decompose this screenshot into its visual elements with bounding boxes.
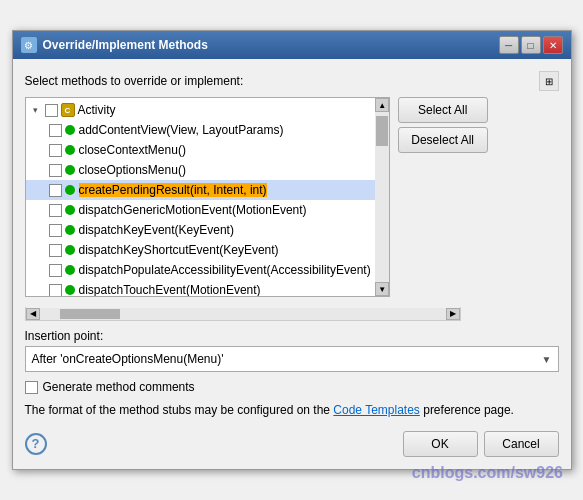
- item-checkbox-3[interactable]: [49, 184, 62, 197]
- green-dot-8: [65, 285, 75, 295]
- tree-item-3[interactable]: createPendingResult(int, Intent, int): [26, 180, 375, 200]
- info-text-after: preference page.: [423, 403, 514, 417]
- item-text-2: closeOptionsMenu(): [79, 163, 186, 177]
- item-text-5: dispatchKeyEvent(KeyEvent): [79, 223, 234, 237]
- item-checkbox-2[interactable]: [49, 164, 62, 177]
- dialog-icon: ⚙: [21, 37, 37, 53]
- tree-item-2[interactable]: closeOptionsMenu(): [26, 160, 375, 180]
- vertical-scrollbar[interactable]: ▲ ▼: [375, 98, 389, 296]
- item-text-3: createPendingResult(int, Intent, int): [79, 183, 267, 197]
- green-dot-3: [65, 185, 75, 195]
- item-checkbox-5[interactable]: [49, 224, 62, 237]
- tree-item-6[interactable]: dispatchKeyShortcutEvent(KeyEvent): [26, 240, 375, 260]
- green-dot-2: [65, 165, 75, 175]
- info-text-before: The format of the method stubs may be co…: [25, 403, 331, 417]
- tree-root-row[interactable]: ▾ C Activity: [26, 100, 375, 120]
- tree-inner: ▾ C Activity addContentView(View, Layout…: [26, 98, 375, 296]
- root-checkbox[interactable]: [45, 104, 58, 117]
- override-implement-dialog: ⚙ Override/Implement Methods ─ □ ✕ Selec…: [12, 30, 572, 470]
- scroll-right[interactable]: ▶: [446, 308, 460, 320]
- item-text-6: dispatchKeyShortcutEvent(KeyEvent): [79, 243, 279, 257]
- filter-icon[interactable]: ⊞: [539, 71, 559, 91]
- insertion-combo[interactable]: After 'onCreateOptionsMenu(Menu)' ▼: [25, 346, 559, 372]
- green-dot-7: [65, 265, 75, 275]
- item-text-7: dispatchPopulateAccessibilityEvent(Acces…: [79, 263, 371, 277]
- help-button[interactable]: ?: [25, 433, 47, 455]
- item-checkbox-4[interactable]: [49, 204, 62, 217]
- deselect-all-button[interactable]: Deselect All: [398, 127, 488, 153]
- horizontal-scrollbar[interactable]: ◀ ▶: [25, 307, 461, 321]
- item-text-4: dispatchGenericMotionEvent(MotionEvent): [79, 203, 307, 217]
- item-checkbox-8[interactable]: [49, 284, 62, 297]
- scroll-up[interactable]: ▲: [375, 98, 389, 112]
- horizontal-scroll-area: ◀ ▶: [25, 307, 559, 321]
- green-dot-4: [65, 205, 75, 215]
- tree-item-1[interactable]: closeContextMenu(): [26, 140, 375, 160]
- ok-button[interactable]: OK: [403, 431, 478, 457]
- generate-comments-label: Generate method comments: [43, 380, 195, 394]
- title-controls: ─ □ ✕: [499, 36, 563, 54]
- instruction-label: Select methods to override or implement:: [25, 74, 244, 88]
- combo-arrow-icon: ▼: [542, 354, 552, 365]
- title-bar: ⚙ Override/Implement Methods ─ □ ✕: [13, 31, 571, 59]
- h-scroll-track: [40, 308, 446, 320]
- code-templates-link[interactable]: Code Templates: [333, 403, 420, 417]
- generate-comments-row: Generate method comments: [25, 380, 559, 394]
- minimize-button[interactable]: ─: [499, 36, 519, 54]
- combo-value: After 'onCreateOptionsMenu(Menu)': [32, 352, 224, 366]
- item-text-1: closeContextMenu(): [79, 143, 186, 157]
- scroll-left[interactable]: ◀: [26, 308, 40, 320]
- generate-comments-checkbox[interactable]: [25, 381, 38, 394]
- content-area: ▾ C Activity addContentView(View, Layout…: [25, 97, 559, 297]
- green-dot-0: [65, 125, 75, 135]
- tree-item-5[interactable]: dispatchKeyEvent(KeyEvent): [26, 220, 375, 240]
- scroll-down[interactable]: ▼: [375, 282, 389, 296]
- tree-item-0[interactable]: addContentView(View, LayoutParams): [26, 120, 375, 140]
- class-icon: C: [61, 103, 75, 117]
- label-row: Select methods to override or implement:…: [25, 71, 559, 91]
- watermark: cnblogs.com/sw926: [412, 464, 563, 482]
- scroll-track: [375, 112, 389, 282]
- tree-item-8[interactable]: dispatchTouchEvent(MotionEvent): [26, 280, 375, 296]
- cancel-button[interactable]: Cancel: [484, 431, 559, 457]
- item-checkbox-7[interactable]: [49, 264, 62, 277]
- item-checkbox-1[interactable]: [49, 144, 62, 157]
- maximize-button[interactable]: □: [521, 36, 541, 54]
- tree-panel: ▾ C Activity addContentView(View, Layout…: [25, 97, 390, 297]
- insertion-label: Insertion point:: [25, 329, 559, 343]
- item-text-8: dispatchTouchEvent(MotionEvent): [79, 283, 261, 296]
- item-checkbox-6[interactable]: [49, 244, 62, 257]
- root-label: Activity: [78, 103, 116, 117]
- close-button[interactable]: ✕: [543, 36, 563, 54]
- expand-icon: ▾: [30, 104, 42, 116]
- bottom-buttons: OK Cancel: [403, 431, 559, 457]
- green-dot-6: [65, 245, 75, 255]
- item-checkbox-0[interactable]: [49, 124, 62, 137]
- side-buttons: Select All Deselect All: [398, 97, 488, 297]
- info-text: The format of the method stubs may be co…: [25, 402, 559, 419]
- title-bar-left: ⚙ Override/Implement Methods: [21, 37, 208, 53]
- bottom-bar: ? OK Cancel: [25, 427, 559, 457]
- item-text-0: addContentView(View, LayoutParams): [79, 123, 284, 137]
- green-dot-1: [65, 145, 75, 155]
- green-dot-5: [65, 225, 75, 235]
- tree-item-4[interactable]: dispatchGenericMotionEvent(MotionEvent): [26, 200, 375, 220]
- select-all-button[interactable]: Select All: [398, 97, 488, 123]
- insertion-section: Insertion point: After 'onCreateOptionsM…: [25, 329, 559, 372]
- scroll-thumb[interactable]: [376, 116, 388, 146]
- h-scroll-thumb[interactable]: [60, 309, 120, 319]
- dialog-body: Select methods to override or implement:…: [13, 59, 571, 469]
- tree-root: ▾ C Activity addContentView(View, Layout…: [26, 98, 375, 296]
- dialog-title: Override/Implement Methods: [43, 38, 208, 52]
- tree-item-7[interactable]: dispatchPopulateAccessibilityEvent(Acces…: [26, 260, 375, 280]
